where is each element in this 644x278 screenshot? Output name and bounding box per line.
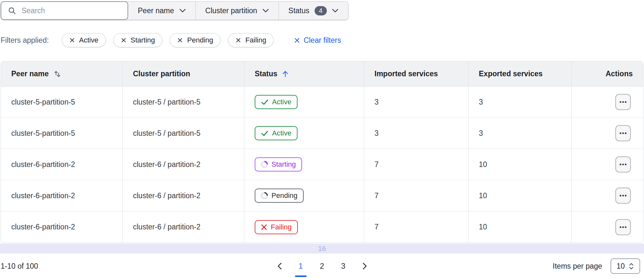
remove-filter-icon[interactable] bbox=[235, 37, 241, 43]
filter-chip-failing[interactable]: Failing bbox=[228, 33, 274, 47]
row-actions-button[interactable] bbox=[615, 219, 631, 235]
status-badge-active: Active bbox=[255, 126, 298, 140]
check-icon bbox=[261, 99, 269, 105]
status-cell: Starting bbox=[244, 149, 364, 180]
table-header-row: Peer name Cluster partition Status Impor… bbox=[1, 61, 643, 87]
items-per-page-value: 10 bbox=[617, 262, 625, 271]
status-dropdown[interactable]: Status 4 bbox=[279, 2, 348, 20]
peer-name-cell: cluster-6-partition-2 bbox=[1, 149, 122, 180]
peers-table: Peer name Cluster partition Status Impor… bbox=[1, 61, 643, 243]
actions-cell bbox=[571, 118, 643, 149]
overflow-indicator-value: 16 bbox=[318, 245, 326, 253]
status-cell: Pending bbox=[244, 180, 364, 211]
filter-dropdown-group: Peer name Cluster partition Status 4 bbox=[126, 1, 348, 20]
imported-services-cell: 7 bbox=[364, 211, 468, 243]
column-header-peer-name[interactable]: Peer name bbox=[1, 61, 122, 86]
stepper-chevrons-icon bbox=[629, 263, 634, 270]
exported-services-cell: 3 bbox=[468, 87, 571, 117]
sort-ascending-arrow-icon bbox=[282, 70, 289, 78]
status-badge-starting: Starting bbox=[255, 157, 302, 171]
remove-filter-icon[interactable] bbox=[177, 37, 183, 43]
column-header-actions: Actions bbox=[571, 61, 643, 86]
cluster-partition-cell: cluster-6 / partition-2 bbox=[122, 211, 244, 243]
check-icon bbox=[261, 130, 269, 136]
cluster-partition-dropdown[interactable]: Cluster partition bbox=[195, 2, 279, 20]
filter-chip-active[interactable]: Active bbox=[62, 33, 106, 47]
ellipsis-icon bbox=[619, 226, 627, 228]
remove-filter-icon[interactable] bbox=[121, 37, 127, 43]
row-actions-button[interactable] bbox=[615, 188, 631, 204]
status-cell: Active bbox=[244, 118, 364, 149]
cluster-partition-cell: cluster-5 / partition-5 bbox=[122, 87, 244, 117]
status-cell: Failing bbox=[244, 211, 364, 243]
search-icon bbox=[8, 6, 16, 15]
ellipsis-icon bbox=[619, 194, 627, 197]
page-button-3[interactable]: 3 bbox=[337, 260, 349, 272]
sort-updown-icon bbox=[53, 70, 62, 78]
filters-applied-label: Filters applied: bbox=[1, 36, 49, 45]
peer-name-cell: cluster-6-partition-2 bbox=[1, 211, 122, 243]
table-row: cluster-6-partition-2 cluster-6 / partit… bbox=[1, 149, 643, 180]
chevron-down-icon bbox=[332, 9, 338, 13]
peer-name-cell: cluster-5-partition-5 bbox=[1, 118, 122, 149]
clear-filters-label: Clear filters bbox=[304, 36, 341, 45]
row-actions-button[interactable] bbox=[615, 94, 631, 110]
cluster-partition-dropdown-label: Cluster partition bbox=[205, 6, 257, 15]
status-badge-failing: Failing bbox=[255, 220, 298, 234]
exported-services-cell: 10 bbox=[468, 149, 571, 180]
page-button-1[interactable]: 1 bbox=[295, 260, 307, 272]
exported-services-cell: 3 bbox=[468, 118, 571, 149]
clear-filters-button[interactable]: Clear filters bbox=[294, 36, 341, 45]
table-row: cluster-5-partition-5 cluster-5 / partit… bbox=[1, 118, 643, 149]
remove-filter-icon[interactable] bbox=[69, 37, 75, 43]
actions-cell bbox=[571, 87, 643, 117]
column-header-cluster-partition: Cluster partition bbox=[122, 61, 244, 86]
filter-toolbar: Peer name Cluster partition Status 4 bbox=[1, 1, 348, 20]
x-icon bbox=[261, 224, 267, 230]
spinner-icon bbox=[259, 190, 269, 200]
filter-chip-label: Active bbox=[79, 36, 99, 44]
ellipsis-icon bbox=[619, 101, 627, 103]
chevron-left-icon bbox=[277, 262, 282, 270]
cluster-partition-cell: cluster-6 / partition-2 bbox=[122, 180, 244, 211]
peer-name-dropdown-label: Peer name bbox=[138, 6, 174, 15]
status-dropdown-label: Status bbox=[289, 6, 309, 15]
actions-cell bbox=[571, 180, 643, 211]
actions-cell bbox=[571, 149, 643, 180]
imported-services-cell: 7 bbox=[364, 149, 468, 180]
clear-filters-x-icon bbox=[294, 37, 300, 43]
peer-name-dropdown[interactable]: Peer name bbox=[126, 2, 195, 20]
search-input[interactable] bbox=[22, 6, 121, 15]
spinner-icon bbox=[259, 159, 269, 169]
exported-services-cell: 10 bbox=[468, 180, 571, 211]
page-button-2[interactable]: 2 bbox=[316, 260, 328, 272]
actions-cell bbox=[571, 211, 643, 243]
items-per-page-select[interactable]: 10 bbox=[611, 258, 640, 274]
peer-name-cell: cluster-6-partition-2 bbox=[1, 180, 122, 211]
filter-chip-label: Pending bbox=[187, 36, 213, 44]
search-box[interactable] bbox=[1, 1, 128, 20]
status-filter-count-badge: 4 bbox=[315, 6, 327, 15]
column-header-exported-services: Exported services bbox=[468, 61, 571, 86]
applied-filters-row: Filters applied: Active Starting Pending… bbox=[1, 33, 341, 47]
imported-services-cell: 3 bbox=[364, 87, 468, 117]
row-actions-button[interactable] bbox=[615, 125, 631, 141]
next-page-button[interactable] bbox=[359, 260, 370, 272]
filter-chip-pending[interactable]: Pending bbox=[170, 33, 221, 47]
chevron-right-icon bbox=[362, 262, 367, 270]
imported-services-cell: 3 bbox=[364, 118, 468, 149]
status-cell: Active bbox=[244, 87, 364, 117]
pagination-controls: 1 2 3 bbox=[274, 260, 370, 272]
ellipsis-icon bbox=[619, 163, 627, 166]
exported-services-cell: 10 bbox=[468, 211, 571, 243]
table-row: cluster-5-partition-5 cluster-5 / partit… bbox=[1, 87, 643, 118]
peer-name-cell: cluster-5-partition-5 bbox=[1, 87, 122, 117]
cluster-partition-cell: cluster-6 / partition-2 bbox=[122, 149, 244, 180]
column-header-status[interactable]: Status bbox=[244, 61, 364, 86]
row-actions-button[interactable] bbox=[615, 156, 631, 172]
table-row: cluster-6-partition-2 cluster-6 / partit… bbox=[1, 180, 643, 211]
items-range-label: 1-10 of 100 bbox=[1, 262, 38, 271]
filter-chip-starting[interactable]: Starting bbox=[113, 33, 163, 47]
table-overflow-indicator[interactable]: 16 bbox=[0, 244, 644, 254]
previous-page-button[interactable] bbox=[274, 260, 285, 272]
